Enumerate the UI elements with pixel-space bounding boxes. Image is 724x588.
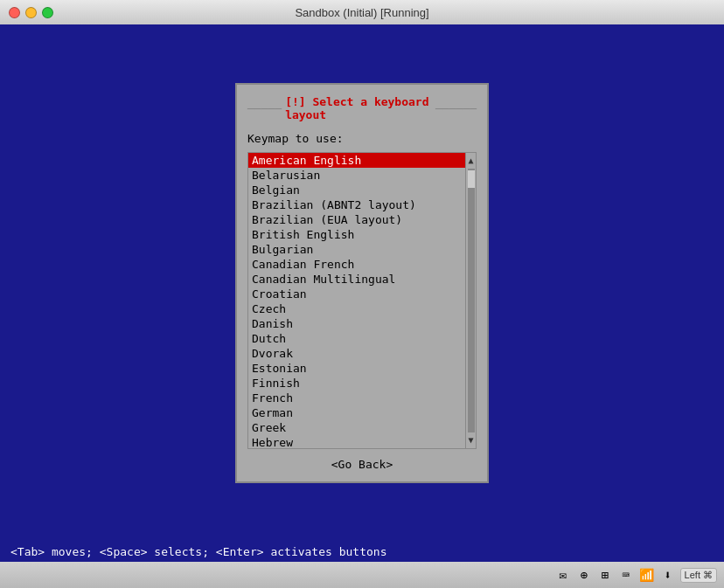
- dialog-title-bar: ───── [!] Select a keyboard layout ─────…: [247, 95, 477, 121]
- statusbar: <Tab> moves; <Space> selects; <Enter> ac…: [0, 542, 724, 562]
- arrow-down-icon[interactable]: ⬇: [659, 566, 677, 584]
- scrollbar[interactable]: ▲ ▼: [465, 153, 476, 448]
- list-item[interactable]: Croatian: [248, 287, 465, 301]
- list-item[interactable]: Bulgarian: [248, 242, 465, 257]
- maximize-button[interactable]: [42, 7, 53, 18]
- keyboard-shortcut-badge: Left ⌘: [680, 568, 717, 583]
- list-item[interactable]: Dutch: [248, 331, 465, 346]
- list-item[interactable]: Finnish: [248, 376, 465, 391]
- plus-icon[interactable]: ⊕: [575, 566, 593, 584]
- list-item[interactable]: British English: [248, 227, 465, 242]
- list-item[interactable]: German: [248, 405, 465, 420]
- scroll-down-arrow[interactable]: ▼: [468, 434, 473, 446]
- keyboard-icon[interactable]: ⌨: [617, 566, 635, 584]
- keymap-label: Keymap to use:: [247, 132, 477, 145]
- list-item[interactable]: French: [248, 391, 465, 405]
- dialog-title: [!] Select a keyboard layout: [285, 95, 432, 121]
- titlebar: Sandbox (Initial) [Running]: [0, 0, 724, 24]
- scroll-thumb[interactable]: [468, 170, 475, 188]
- window-controls: [9, 7, 53, 18]
- minimize-button[interactable]: [25, 7, 37, 18]
- list-item[interactable]: Czech: [248, 301, 465, 316]
- statusbar-text: <Tab> moves; <Space> selects; <Enter> ac…: [10, 545, 386, 558]
- list-item[interactable]: Dvorak: [248, 346, 465, 361]
- list-item[interactable]: Brazilian (EUA layout): [248, 212, 465, 227]
- list-item[interactable]: Belgian: [248, 183, 465, 197]
- list-item[interactable]: American English: [248, 153, 465, 168]
- scroll-up-arrow[interactable]: ▲: [468, 155, 473, 167]
- list-item[interactable]: Estonian: [248, 361, 465, 376]
- list-item[interactable]: Canadian Multilingual: [248, 272, 465, 287]
- go-back-container: <Go Back>: [247, 458, 477, 471]
- list-item[interactable]: Danish: [248, 316, 465, 331]
- scroll-track: [468, 169, 475, 432]
- dialog-deco-right: ──────: [435, 102, 477, 115]
- signal-icon[interactable]: 📶: [638, 566, 656, 584]
- list-item[interactable]: Hebrew: [248, 435, 465, 448]
- mail-icon[interactable]: ✉: [554, 566, 572, 584]
- list-item[interactable]: Brazilian (ABNT2 layout): [248, 197, 465, 212]
- list-item[interactable]: Belarusian: [248, 168, 465, 183]
- list-item[interactable]: Canadian French: [248, 257, 465, 272]
- close-button[interactable]: [9, 7, 20, 18]
- main-area: ───── [!] Select a keyboard layout ─────…: [0, 24, 724, 542]
- bottombar: ✉ ⊕ ⊞ ⌨ 📶 ⬇ Left ⌘: [0, 562, 724, 588]
- dialog-deco-left: ─────: [247, 102, 282, 115]
- list-item[interactable]: Greek: [248, 420, 465, 435]
- keyboard-list-container: American EnglishBelarusianBelgianBrazili…: [247, 152, 477, 449]
- screen-icon[interactable]: ⊞: [596, 566, 614, 584]
- keyboard-list[interactable]: American EnglishBelarusianBelgianBrazili…: [248, 153, 465, 448]
- go-back-button[interactable]: <Go Back>: [331, 458, 393, 471]
- window-title: Sandbox (Initial) [Running]: [295, 6, 428, 19]
- keyboard-layout-dialog: ───── [!] Select a keyboard layout ─────…: [235, 83, 489, 483]
